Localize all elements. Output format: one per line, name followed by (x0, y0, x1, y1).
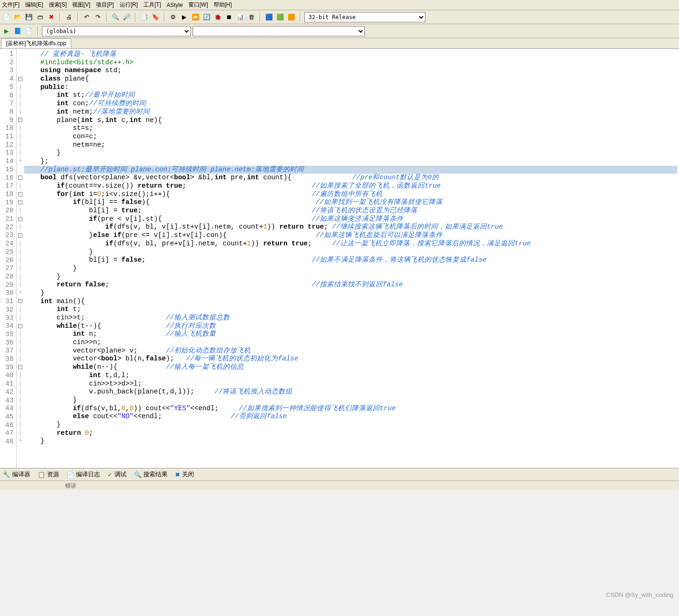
code-line[interactable]: }else if(pre <= v[i].st+v[i].con){ //如果这… (24, 231, 677, 240)
fold-marker[interactable]: − (17, 75, 23, 83)
delete-exe-icon[interactable]: 🗑 (247, 13, 256, 22)
code-line[interactable]: else cout<<"NO"<<endl; //否则返回false (24, 413, 677, 421)
code-line[interactable]: bool dfs(vector<plane> &v,vector<bool> &… (24, 174, 677, 182)
config2-icon[interactable]: 🟩 (276, 13, 285, 22)
code-line[interactable]: if(dfs(v, bl, v[i].st+v[i].netm, count+1… (24, 223, 677, 231)
compiler-config-combo[interactable]: 32-bit Release (304, 12, 425, 22)
menu-project[interactable]: 项目[P] (96, 1, 114, 9)
fold-marker[interactable]: − (17, 174, 23, 182)
menu-edit[interactable]: 编辑[E] (25, 1, 43, 9)
tab-search-results[interactable]: 🔍搜索结果 (134, 470, 168, 479)
code-line[interactable]: } (24, 273, 677, 281)
code-line[interactable]: } (24, 264, 677, 273)
code-line[interactable]: } (24, 421, 677, 429)
run-icon[interactable]: ▶ (180, 13, 189, 22)
tab-resources[interactable]: 📋资源 (38, 470, 59, 479)
code-line[interactable]: int netm;//落地需要的时间 (24, 108, 677, 116)
code-line[interactable]: netm=ne; (24, 141, 677, 149)
bookmark-icon[interactable]: 🔖 (151, 13, 160, 22)
code-line[interactable]: } (24, 396, 677, 405)
member-combo[interactable] (193, 26, 365, 36)
code-line[interactable]: if(count==v.size()) return true; //如果搜索了… (24, 182, 677, 190)
code-line[interactable]: cin>>t>>d>>l; (24, 380, 677, 388)
code-line[interactable]: public: (24, 83, 677, 92)
menu-tools[interactable]: 工具[T] (143, 1, 161, 9)
code-line[interactable]: // 蓝桥真题- 飞机降落 (24, 50, 677, 59)
menu-run[interactable]: 运行[R] (120, 1, 138, 9)
code-line[interactable]: } (24, 248, 677, 257)
print-icon[interactable]: 🖨 (64, 13, 74, 22)
tab-close[interactable]: ✖关闭 (175, 470, 194, 479)
code-line[interactable]: bl[i] = true; //将该飞机的状态设置为已经降落 (24, 207, 677, 215)
code-line[interactable]: cin>>n; (24, 338, 677, 347)
tab-compile-log[interactable]: 📄编译日志 (67, 470, 100, 479)
code-line[interactable]: int n; //输入飞机数量 (24, 330, 677, 338)
code-line[interactable]: } (24, 437, 677, 446)
code-line[interactable]: } (24, 149, 677, 157)
find-icon[interactable]: 🔍 (111, 13, 120, 22)
code-line[interactable]: for(int i=0;i<v.size();i++){ //遍历数组中所有飞机 (24, 190, 677, 199)
compile-icon[interactable]: ⚙ (168, 13, 178, 22)
code-line[interactable]: while(n--){ //输入每一架飞机的信息 (24, 363, 677, 372)
compile-run-icon[interactable]: ⏩ (191, 13, 200, 22)
code-area[interactable]: // 蓝桥真题- 飞机降落 #include<bits/stdc++.h> us… (23, 49, 679, 468)
code-line[interactable]: vector<bool> bl(n,false); //每一辆飞机的状态初始化为… (24, 355, 677, 363)
find-next-icon[interactable]: 🔎 (122, 13, 131, 22)
code-line[interactable]: int t,d,l; (24, 372, 677, 380)
menu-view[interactable]: 视图[V] (72, 1, 90, 9)
code-editor[interactable]: 1234567891011121314151617181920212223242… (0, 49, 679, 468)
code-line[interactable]: if(dfs(v, bl, pre+v[i].netm, count+1)) r… (24, 240, 677, 248)
config1-icon[interactable]: 🟦 (264, 13, 274, 22)
code-line[interactable]: return 0; (24, 429, 677, 438)
code-line[interactable]: plane(int s,int c,int ne){ (24, 116, 677, 125)
new-class-icon[interactable]: 📄 (24, 27, 34, 36)
code-line[interactable]: int st;//最早开始时间 (24, 91, 677, 100)
tab-compiler[interactable]: 🔧编译器 (3, 470, 30, 479)
code-line[interactable]: return false; //搜索结束找不到返回false (24, 281, 677, 289)
open-file-icon[interactable]: 📂 (13, 13, 22, 22)
code-line[interactable]: //plane.st:最早开始时间 plane.con:可持续时间 plane.… (24, 166, 677, 174)
scope-combo[interactable]: (globals) (42, 26, 191, 36)
menu-file[interactable]: 文件[F] (2, 1, 20, 9)
code-line[interactable]: bl[i] = false; //如果不满足降落条件，将这辆飞机的状态恢复成fa… (24, 256, 677, 264)
goto-icon[interactable]: 📑 (140, 13, 149, 22)
code-line[interactable]: cin>>t; //输入测试数据总数 (24, 314, 677, 322)
close-file-icon[interactable]: ✖ (47, 13, 56, 22)
menu-help[interactable]: 帮助[H] (214, 1, 232, 9)
code-line[interactable]: }; (24, 157, 677, 166)
code-line[interactable]: if(pre < v[i].st){ //如果这辆斐济满足降落条件 (24, 215, 677, 223)
menu-astyle[interactable]: AStyle (167, 2, 183, 8)
save-all-icon[interactable]: 🗃 (35, 13, 45, 22)
profiler-icon[interactable]: 📊 (235, 13, 245, 22)
fold-marker[interactable]: − (17, 298, 23, 306)
file-tab[interactable]: [蓝桥杯]飞机降落dfs.cpp (1, 38, 71, 48)
debug-icon[interactable]: 🐞 (213, 13, 222, 22)
code-line[interactable]: v.push_back(plane(t,d,l)); //将该飞机推入动态数组 (24, 388, 677, 396)
code-line[interactable]: #include<bits/stdc++.h> (24, 59, 677, 67)
save-icon[interactable]: 💾 (24, 13, 34, 22)
fold-marker[interactable]: − (17, 190, 23, 199)
config3-icon[interactable]: 🟧 (287, 13, 296, 22)
tab-debug[interactable]: ✓调试 (108, 470, 127, 479)
code-line[interactable]: while(t--){ //执行对应次数 (24, 322, 677, 331)
menu-window[interactable]: 窗口[W] (188, 1, 208, 9)
rebuild-icon[interactable]: 🔄 (202, 13, 211, 22)
new-file-icon[interactable]: 📄 (2, 13, 11, 22)
menu-search[interactable]: 搜索[S] (49, 1, 67, 9)
code-line[interactable]: using namespace std; (24, 67, 677, 75)
fold-marker[interactable]: − (17, 231, 23, 240)
fold-column[interactable]: −││││−││││└ −│−−│−│−││││││└−││−││││−││││… (17, 49, 23, 468)
undo-icon[interactable]: ↶ (82, 13, 91, 22)
code-line[interactable]: int con;//可持续费的时间 (24, 100, 677, 108)
fold-marker[interactable]: − (17, 198, 23, 207)
code-line[interactable]: con=c; (24, 133, 677, 141)
code-line[interactable]: if(dfs(v,bl,0,0)) cout<<"YES"<<endl; //如… (24, 405, 677, 413)
fold-marker[interactable]: − (17, 215, 23, 223)
run-button-icon[interactable]: ▶ (2, 27, 11, 36)
code-line[interactable]: vector<plane> v; //初始化动态数组存放飞机 (24, 347, 677, 355)
code-line[interactable]: st=s; (24, 124, 677, 133)
help-book-icon[interactable]: 📘 (13, 27, 22, 36)
fold-marker[interactable]: − (17, 116, 23, 125)
redo-icon[interactable]: ↷ (93, 13, 102, 22)
fold-marker[interactable]: − (17, 363, 23, 372)
